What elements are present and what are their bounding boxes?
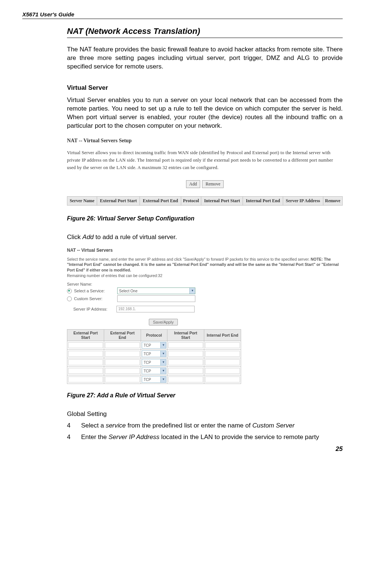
fig26-title: NAT -- Virtual Servers Setup [67, 138, 343, 144]
custom-server-label: Custom Server: [74, 296, 115, 301]
dropdown-arrow-icon: ▾ [189, 288, 195, 294]
click-post: to add a rule of virtual server. [94, 233, 177, 241]
save-apply-button[interactable]: Save/Apply [149, 319, 178, 325]
table-cell [104, 358, 141, 367]
port-input[interactable] [205, 342, 240, 348]
port-input[interactable] [205, 359, 240, 365]
fig27-description: Select the service name, and enter the s… [67, 257, 343, 279]
fig27-table-header: External Port Start [67, 330, 104, 341]
list-number: 4 [67, 433, 81, 442]
table-cell: TCP▾ [141, 375, 167, 384]
table-cell [204, 350, 241, 358]
table-cell [204, 367, 241, 375]
port-input[interactable] [105, 359, 140, 365]
protocol-select[interactable]: TCP▾ [142, 342, 166, 349]
custom-server-radio[interactable] [67, 296, 72, 301]
port-input[interactable] [168, 351, 203, 357]
port-input[interactable] [68, 351, 103, 357]
port-input[interactable] [105, 342, 140, 348]
port-input[interactable] [205, 351, 240, 357]
port-input[interactable] [105, 368, 140, 374]
fig27-table-header: External Port End [104, 330, 141, 341]
port-input[interactable] [105, 351, 140, 357]
table-row: TCP▾ [67, 350, 241, 358]
fig27-title: NAT -- Virtual Servers [67, 248, 343, 253]
fig26-table-header: External Port End [140, 196, 181, 205]
custom-server-input[interactable] [117, 295, 195, 302]
protocol-select[interactable]: TCP▾ [142, 359, 166, 366]
table-cell [104, 367, 141, 375]
emphasis: Custom Server [252, 422, 294, 429]
port-input[interactable] [205, 368, 240, 374]
server-ip-label: Server IP Address: [73, 307, 114, 311]
figure-27-caption: Figure 27: Add a Rule of Virtual Server [67, 392, 343, 399]
table-cell [67, 341, 104, 350]
table-cell: TCP▾ [141, 341, 167, 350]
select-service-label: Select a Service: [74, 289, 115, 293]
port-input[interactable] [68, 376, 103, 382]
dropdown-arrow-icon: ▾ [160, 342, 166, 348]
service-select[interactable]: Select One ▾ [117, 287, 195, 294]
dropdown-arrow-icon: ▾ [160, 359, 166, 365]
click-add-paragraph: Click Add to add a rule of virtual serve… [67, 233, 343, 242]
table-cell [67, 375, 104, 384]
list-item: 4Select a service from the predefined li… [67, 422, 343, 430]
add-button[interactable]: Add [186, 180, 201, 188]
page-number: 25 [22, 445, 343, 453]
fig26-table-header: Internal Port Start [201, 196, 243, 205]
select-service-radio[interactable] [67, 289, 72, 293]
table-cell [167, 350, 204, 358]
table-cell [104, 350, 141, 358]
header-text: X5671 User's Guide [22, 11, 74, 18]
list-number: 4 [67, 422, 81, 430]
dropdown-arrow-icon: ▾ [160, 351, 166, 357]
table-cell [67, 367, 104, 375]
protocol-select[interactable]: TCP▾ [142, 368, 166, 374]
fig26-table-header: Server IP Address [283, 196, 323, 205]
fig26-table-header: Remove [323, 196, 342, 205]
global-setting-list: 4Select a service from the predefined li… [67, 422, 343, 442]
emphasis: Server IP Address [109, 433, 160, 441]
server-ip-input[interactable]: 192.168.1. [116, 306, 195, 312]
click-add-em: Add [83, 233, 94, 241]
server-name-label: Server Name: [67, 282, 92, 286]
table-cell [67, 358, 104, 367]
table-cell [167, 375, 204, 384]
list-text: Select a service from the predefined lis… [81, 422, 295, 430]
fig27-desc-plain: Select the service name, and enter the s… [67, 257, 311, 261]
figure-27-screenshot: NAT -- Virtual Servers Select the servic… [67, 246, 343, 386]
figure-26-caption: Figure 26: Virtual Server Setup Configur… [67, 215, 343, 222]
protocol-select[interactable]: TCP▾ [142, 376, 166, 383]
port-input[interactable] [168, 342, 203, 348]
port-input[interactable] [68, 359, 103, 365]
main-title: NAT (Network Access Translation) [67, 26, 343, 38]
table-row: TCP▾ [67, 375, 241, 384]
server-name-label-row: Server Name: [67, 282, 343, 286]
virtual-server-paragraph: Virtual Server enables you to run a serv… [67, 96, 343, 130]
table-cell [204, 375, 241, 384]
fig27-table-header: Internal Port End [204, 330, 241, 341]
table-cell [204, 358, 241, 367]
virtual-server-heading: Virtual Server [67, 84, 343, 92]
global-setting-heading: Global Setting [67, 410, 343, 419]
port-input[interactable] [68, 342, 103, 348]
remove-button[interactable]: Remove [202, 180, 224, 188]
fig26-table: Server NameExternal Port StartExternal P… [67, 196, 343, 206]
page-header: X5671 User's Guide [22, 11, 343, 19]
intro-paragraph: The NAT feature provides the basic firew… [67, 45, 343, 71]
list-text: Enter the Server IP Address located in t… [81, 433, 319, 442]
port-input[interactable] [168, 359, 203, 365]
table-cell: TCP▾ [141, 367, 167, 375]
port-input[interactable] [168, 376, 203, 382]
emphasis: service [106, 422, 126, 429]
table-cell [67, 350, 104, 358]
port-input[interactable] [68, 368, 103, 374]
dropdown-arrow-icon: ▾ [160, 376, 166, 382]
fig26-table-header: Protocol [181, 196, 201, 205]
table-cell [104, 341, 141, 350]
port-input[interactable] [205, 376, 240, 382]
protocol-select[interactable]: TCP▾ [142, 350, 166, 357]
port-input[interactable] [168, 368, 203, 374]
fig27-table-header: Internal Port Start [167, 330, 204, 341]
port-input[interactable] [105, 376, 140, 382]
